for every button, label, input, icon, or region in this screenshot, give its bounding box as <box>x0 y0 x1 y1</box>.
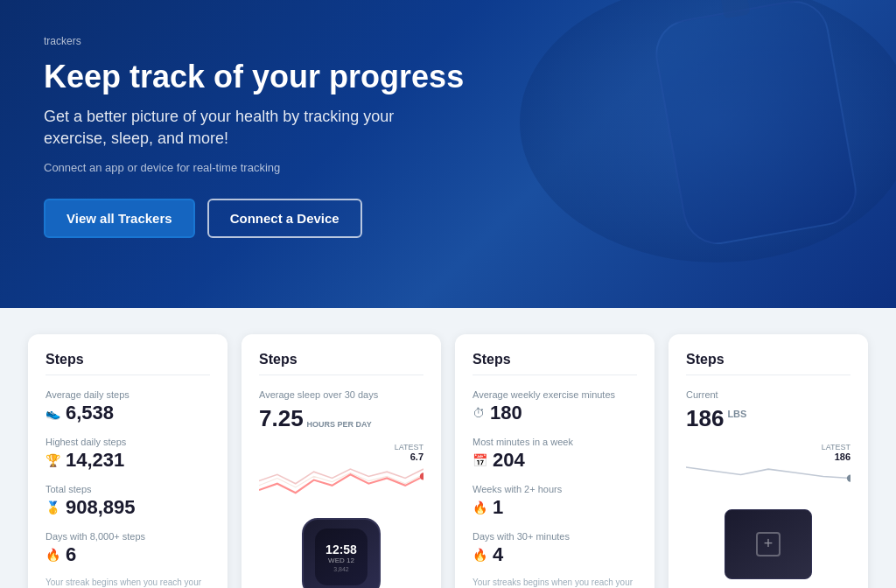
watch-decoration <box>650 0 862 249</box>
card3-stat-3-icon: 🔥 <box>472 548 487 562</box>
watch-steps: 3,842 <box>333 566 349 572</box>
card-4-title: Steps <box>686 352 850 375</box>
hero-title: Keep track of your progress <box>44 58 481 95</box>
card-1-stat-0: Average daily steps 👟 6,538 <box>46 381 210 428</box>
view-all-trackers-button[interactable]: View all Trackers <box>44 199 195 238</box>
card-3-title: Steps <box>472 352 637 375</box>
card3-stat-0-value: 180 <box>490 402 522 424</box>
stat-0-icon: 👟 <box>46 406 60 420</box>
stat-1-icon: 🏆 <box>46 453 60 467</box>
stat-3-value: 6 <box>66 543 76 566</box>
card-4-current-value: 186 <box>686 405 724 432</box>
card-2-value-unit: HOURS PER DAY <box>307 420 372 429</box>
weight-chart-svg <box>686 457 850 496</box>
weight-chart: LATEST 186 <box>686 443 850 495</box>
card-3-stat-3: Days with 30+ minutes 🔥 4 <box>472 522 637 570</box>
stat-0-value: 6,538 <box>66 402 114 424</box>
card3-stat-0-label: Average weekly exercise minutes <box>472 389 637 400</box>
scale-plus-icon: + <box>756 532 780 556</box>
card-1-title: Steps <box>46 352 210 375</box>
chart-latest-value: 6.7 <box>410 452 424 462</box>
card3-stat-2-value: 1 <box>493 496 503 519</box>
card-4-current-label: Current <box>686 389 850 400</box>
steps-card-1: Steps Average daily steps 👟 6,538 Highes… <box>28 334 228 588</box>
fitbit-watch-image: 12:58 WED 12 3,842 <box>302 518 381 588</box>
card-4-current-unit: LBS <box>727 409 746 419</box>
sleep-chart-svg <box>259 457 424 500</box>
connect-device-button[interactable]: Connect a Device <box>207 199 362 238</box>
watch-screen: 12:58 WED 12 3,842 <box>315 528 368 585</box>
stat-2-label: Total steps <box>46 484 210 494</box>
cards-section: Steps Average daily steps 👟 6,538 Highes… <box>0 308 896 588</box>
stat-0-label: Average daily steps <box>46 389 210 400</box>
card-3-note: Your streaks begins when you reach your … <box>472 577 637 588</box>
card-2-title: Steps <box>259 352 424 375</box>
weight-chart-latest-label: LATEST <box>822 443 850 452</box>
watch-time: 12:58 <box>326 542 357 556</box>
sleep-chart: LATEST 6.7 <box>259 443 424 504</box>
stat-3-label: Days with 8,000+ steps <box>46 531 210 542</box>
stat-2-icon: 🥇 <box>46 500 60 514</box>
card3-stat-3-label: Days with 30+ minutes <box>472 531 637 542</box>
card3-stat-1-value: 204 <box>493 449 525 472</box>
stat-3-icon: 🔥 <box>46 548 60 562</box>
svg-point-1 <box>847 474 850 481</box>
card3-stat-1-icon: 📅 <box>472 453 487 467</box>
weight-chart-latest-value: 186 <box>835 452 850 462</box>
card-1-stat-2: Total steps 🥇 908,895 <box>46 475 210 522</box>
stat-1-label: Highest daily steps <box>46 437 210 447</box>
card3-stat-0-icon: ⏱ <box>472 406 485 420</box>
stat-1-value: 14,231 <box>66 449 124 472</box>
steps-card-4: Steps Current 186 LBS LATEST 186 + Sourc… <box>668 334 868 588</box>
card3-stat-2-icon: 🔥 <box>472 500 487 514</box>
card-2-chart-label: Average sleep over 30 days <box>259 389 424 400</box>
steps-card-2: Steps Average sleep over 30 days 7.25 HO… <box>242 334 441 588</box>
fitbit-scale-image: + <box>724 509 812 579</box>
scale-inner: + <box>756 532 780 556</box>
card3-stat-2-label: Weeks with 2+ hours <box>472 484 637 494</box>
card3-stat-1-label: Most minutes in a week <box>472 437 637 447</box>
card-1-note: Your streak begins when you reach your f… <box>46 577 210 588</box>
stat-2-value: 908,895 <box>66 496 136 519</box>
hero-subtitle: Get a better picture of your health by t… <box>44 106 420 150</box>
chart-latest-label: LATEST <box>395 443 424 452</box>
card-2-main-value: 7.25 <box>259 405 304 432</box>
card-3-stat-2: Weeks with 2+ hours 🔥 1 <box>472 475 637 522</box>
hero-section: trackers Keep track of your progress Get… <box>0 0 896 308</box>
card-1-stat-3: Days with 8,000+ steps 🔥 6 <box>46 522 210 570</box>
card-3-stat-1: Most minutes in a week 📅 204 <box>472 428 637 475</box>
steps-card-3: Steps Average weekly exercise minutes ⏱ … <box>455 334 654 588</box>
card-3-stat-0: Average weekly exercise minutes ⏱ 180 <box>472 381 637 428</box>
card-1-stat-1: Highest daily steps 🏆 14,231 <box>46 428 210 475</box>
card3-stat-3-value: 4 <box>493 543 503 566</box>
watch-date: WED 12 <box>328 556 354 564</box>
